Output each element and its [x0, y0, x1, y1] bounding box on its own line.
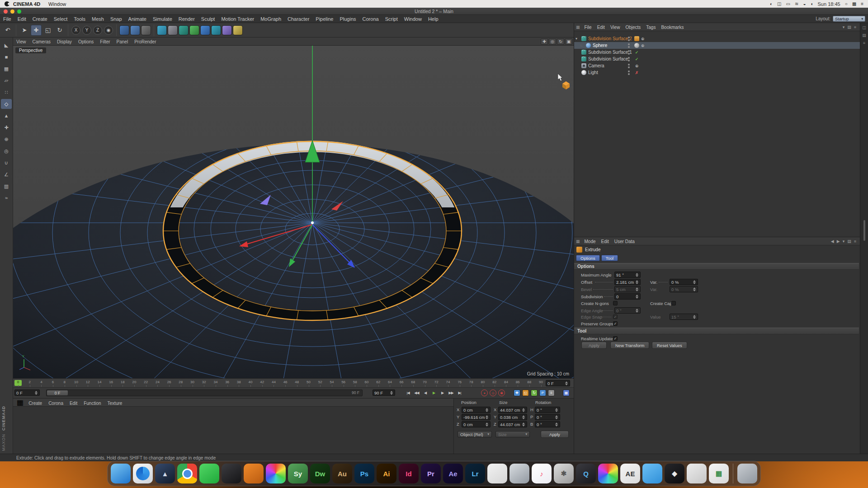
timeline-tick-76[interactable]: 76 — [458, 380, 462, 384]
layout-panel-icon[interactable]: ◫ — [862, 25, 866, 30]
stepper-icon[interactable] — [522, 422, 525, 427]
menu-simulate[interactable]: Simulate — [150, 16, 175, 22]
viewport-menu-options[interactable]: Options — [75, 39, 97, 44]
menu-select[interactable]: Select — [51, 16, 71, 22]
visibility-toggle-dots[interactable] — [628, 37, 630, 41]
object-manager-list[interactable]: ▾Subdivision Surface.2⊕∟Sphere⊕Subdivisi… — [574, 31, 860, 237]
light-tool-icon[interactable] — [233, 25, 243, 35]
timeline-tick-30[interactable]: 30 — [190, 380, 194, 384]
window-titlebar[interactable]: Untitled 2 * – Main — [0, 8, 868, 15]
timeline-tick-18[interactable]: 18 — [121, 380, 125, 384]
material-menu-edit[interactable]: Edit — [66, 401, 80, 406]
subdivision-surface-tool-icon[interactable] — [179, 25, 189, 35]
lock-icon[interactable]: ▤ — [847, 239, 851, 244]
menu-plugins[interactable]: Plugins — [336, 16, 359, 22]
timeline-tick-42[interactable]: 42 — [260, 380, 264, 384]
timeline-tick-20[interactable]: 20 — [132, 380, 137, 384]
menu-edit[interactable]: Edit — [14, 16, 29, 22]
timeline-tick-16[interactable]: 16 — [109, 380, 113, 384]
object-row-light[interactable]: Light✗ — [574, 69, 860, 76]
object-row-subdivision-surface-1[interactable]: Subdivision Surface.1✓ — [574, 49, 860, 56]
keyframe-selection-button[interactable]: ▣ — [498, 389, 505, 396]
stepper-icon[interactable] — [485, 408, 489, 413]
history-icon[interactable]: ▾ — [843, 239, 845, 244]
mograph-icon[interactable] — [189, 25, 199, 35]
timeline-tick-78[interactable]: 78 — [469, 380, 473, 384]
expand-arrow-icon[interactable]: ▾ — [576, 37, 577, 41]
pan-view-icon[interactable]: ✚ — [541, 38, 548, 45]
keying-settings-button[interactable]: ▦ — [563, 389, 570, 396]
timeline-tick-10[interactable]: 10 — [74, 380, 78, 384]
stepper-icon[interactable] — [522, 408, 525, 413]
timeline-tick-36[interactable]: 36 — [225, 380, 229, 384]
dock-app-premiere[interactable]: Pr — [421, 464, 441, 483]
autokey-button[interactable]: ◎ — [490, 389, 496, 396]
goto-start-button[interactable]: |◀ — [404, 389, 412, 397]
coordinate-system-icon[interactable]: ◉ — [104, 26, 113, 35]
bluetooth-icon[interactable]: ◒ — [803, 1, 806, 6]
object-name[interactable]: Camera — [588, 63, 604, 68]
timeline-range-slider[interactable]: 0 F 90 F — [46, 389, 363, 396]
timeline-tick-50[interactable]: 50 — [307, 380, 311, 384]
dock-app-dark-prism-app[interactable]: ◆ — [665, 464, 684, 483]
editor-visibility-dot[interactable] — [628, 70, 630, 72]
menu-animate[interactable]: Animate — [125, 16, 150, 22]
timeline-tick-54[interactable]: 54 — [330, 380, 334, 384]
scale-tool-icon[interactable]: ◱ — [42, 25, 53, 36]
menu-sculpt[interactable]: Sculpt — [198, 16, 218, 22]
timeline-tick-34[interactable]: 34 — [213, 380, 217, 384]
material-menu-corona[interactable]: Corona — [45, 401, 66, 406]
position-key-toggle[interactable]: ✚ — [514, 389, 520, 396]
object-name[interactable]: Light — [588, 70, 598, 75]
stepper-icon[interactable] — [555, 408, 558, 413]
stepper-icon[interactable] — [34, 390, 38, 395]
stepper-icon[interactable] — [635, 280, 639, 285]
volume-builder-icon[interactable] — [200, 25, 210, 35]
rotation-h-field[interactable]: 0 ° — [535, 407, 560, 413]
dock-app-silver-utility-app[interactable] — [509, 464, 529, 483]
render-visibility-dot[interactable] — [628, 60, 630, 61]
notification-center-icon[interactable]: ≡ — [861, 1, 863, 6]
next-key-button[interactable]: ▶▶ — [447, 389, 455, 397]
menu-script[interactable]: Script — [382, 16, 401, 22]
size-x-field[interactable]: 44.037 cm — [498, 407, 527, 413]
object-manager-menu-bookmarks[interactable]: Bookmarks — [658, 25, 686, 30]
apple-menu-icon[interactable] — [5, 1, 9, 6]
render-visibility-dot[interactable] — [628, 46, 630, 48]
play-button[interactable]: ▶ — [429, 389, 438, 397]
live-selection-icon[interactable]: ➤ — [19, 25, 30, 36]
render-visibility-dot[interactable] — [628, 53, 630, 55]
tab-tool[interactable]: Tool — [601, 255, 618, 261]
snap-settings-icon[interactable]: ≈ — [1, 193, 12, 203]
timeline-tick-46[interactable]: 46 — [283, 380, 288, 384]
x-axis-lock-icon[interactable]: X — [71, 26, 80, 35]
target-tag-icon[interactable]: ⊕ — [634, 63, 639, 68]
dock-app-sy-app[interactable]: Sy — [288, 464, 308, 483]
stepper-icon[interactable] — [555, 415, 558, 420]
undo-icon[interactable]: ↶ — [2, 25, 13, 36]
editor-visibility-dot[interactable] — [628, 37, 630, 38]
simulate-icon[interactable] — [222, 25, 232, 35]
close-window-button[interactable] — [4, 9, 8, 14]
timeline-tick-24[interactable]: 24 — [156, 380, 160, 384]
parameter-key-toggle[interactable]: P — [539, 389, 546, 396]
battery-icon[interactable]: ▭ — [786, 1, 790, 6]
object-manager-menu-edit[interactable]: Edit — [594, 25, 608, 30]
rotation-p-field[interactable]: 0 ° — [535, 414, 560, 420]
timeline-tick-2[interactable]: 2 — [28, 380, 30, 384]
timeline-tick-80[interactable]: 80 — [481, 380, 485, 384]
dock-app-colors-app[interactable] — [598, 464, 618, 483]
back-arrow-icon[interactable]: ◀ — [831, 239, 834, 244]
panel-menu-icon[interactable]: ≡ — [854, 25, 856, 29]
dock-app-facetime[interactable] — [199, 464, 219, 483]
display-icon[interactable]: ◫ — [777, 1, 781, 6]
editor-visibility-dot[interactable] — [628, 50, 630, 52]
timeline-ruler[interactable]: 0 F 024681012141618202224262830323436384… — [13, 379, 574, 388]
create-ngons-checkbox[interactable] — [613, 301, 618, 305]
content-browser-icon[interactable]: ▤ — [862, 33, 866, 38]
control-center-icon[interactable]: ▩ — [852, 1, 856, 6]
fields-icon[interactable] — [211, 25, 221, 35]
timeline-tick-82[interactable]: 82 — [492, 380, 496, 384]
rotate-tool-icon[interactable]: ↻ — [54, 25, 65, 36]
viewport-menu-view[interactable]: View — [13, 39, 29, 44]
